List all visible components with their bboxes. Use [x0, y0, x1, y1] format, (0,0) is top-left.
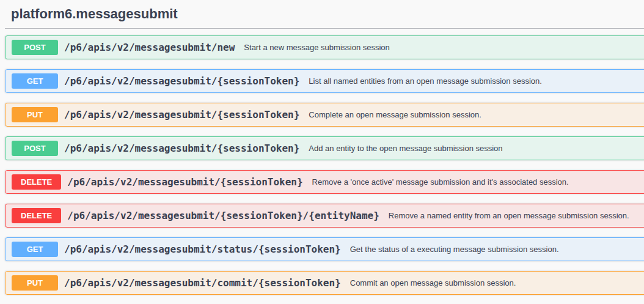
- endpoint-path: /p6/apis/v2/messagesubmit/{sessionToken}: [64, 143, 299, 154]
- endpoint-description: Remove a 'once active' message submissio…: [312, 177, 569, 187]
- method-badge: GET: [12, 73, 58, 89]
- endpoint-description: Start a new message submission session: [244, 43, 389, 52]
- endpoint-path: /p6/apis/v2/messagesubmit/{sessionToken}…: [67, 210, 379, 221]
- endpoint-description: Complete an open message submission sess…: [309, 110, 481, 119]
- operation-row[interactable]: PUT /p6/apis/v2/messagesubmit/commit/{se…: [5, 271, 644, 295]
- method-badge: GET: [12, 242, 58, 257]
- operation-row[interactable]: DELETE /p6/apis/v2/messagesubmit/{sessio…: [5, 204, 644, 228]
- method-badge: DELETE: [12, 208, 61, 223]
- endpoint-path: /p6/apis/v2/messagesubmit/status/{sessio…: [64, 243, 341, 255]
- operation-row[interactable]: PUT /p6/apis/v2/messagesubmit/{sessionTo…: [5, 103, 644, 127]
- endpoint-description: Get the status of a executing message su…: [350, 245, 559, 254]
- operations-list: POST /p6/apis/v2/messagesubmit/new Start…: [0, 35, 644, 295]
- operation-row[interactable]: DELETE /p6/apis/v2/messagesubmit/{sessio…: [5, 170, 644, 194]
- endpoint-path: /p6/apis/v2/messagesubmit/new: [64, 42, 235, 53]
- api-tag-header[interactable]: platform6.messagesubmit: [5, 0, 644, 29]
- endpoint-description: List all named entities from an open mes…: [309, 76, 542, 86]
- endpoint-path: /p6/apis/v2/messagesubmit/{sessionToken}: [64, 109, 299, 120]
- operation-row[interactable]: GET /p6/apis/v2/messagesubmit/{sessionTo…: [5, 69, 644, 93]
- operation-row[interactable]: POST /p6/apis/v2/messagesubmit/new Start…: [5, 35, 644, 59]
- method-badge: DELETE: [12, 174, 61, 190]
- endpoint-description: Commit an open message submission sessio…: [350, 278, 516, 287]
- method-badge: PUT: [12, 275, 58, 291]
- endpoint-path: /p6/apis/v2/messagesubmit/{sessionToken}: [67, 176, 302, 188]
- method-badge: POST: [12, 40, 58, 55]
- page-title: platform6.messagesubmit: [11, 6, 638, 22]
- operation-row[interactable]: GET /p6/apis/v2/messagesubmit/status/{se…: [5, 237, 644, 261]
- endpoint-path: /p6/apis/v2/messagesubmit/commit/{sessio…: [64, 277, 341, 289]
- method-badge: POST: [12, 141, 58, 156]
- operation-row[interactable]: POST /p6/apis/v2/messagesubmit/{sessionT…: [5, 136, 644, 160]
- endpoint-path: /p6/apis/v2/messagesubmit/{sessionToken}: [64, 75, 299, 87]
- method-badge: PUT: [12, 107, 58, 122]
- endpoint-description: Add an entity to the open message submis…: [309, 144, 502, 153]
- endpoint-description: Remove a named entity from an open messa…: [389, 211, 629, 220]
